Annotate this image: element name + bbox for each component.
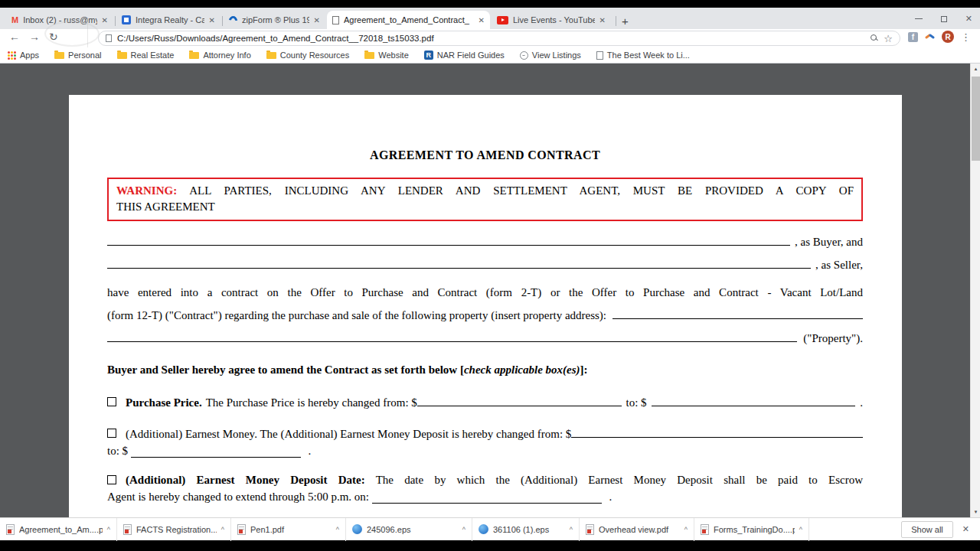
earnest-date-text2: Agent is hereby changed to extend throug… — [107, 491, 369, 503]
download-item[interactable]: Forms_TrainingDo....pdf ^ — [694, 518, 809, 541]
tab-separator — [222, 16, 223, 26]
close-tab-icon[interactable]: ✕ — [479, 16, 485, 24]
close-tab-icon[interactable]: ✕ — [599, 16, 606, 24]
downloads-close-icon[interactable]: ✕ — [962, 524, 969, 534]
tab-title: Live Events - YouTube — [513, 15, 595, 24]
zoom-magnifier-icon[interactable] — [871, 34, 878, 42]
earnest-date-end: . — [609, 491, 612, 503]
price-to-blank[interactable] — [652, 397, 856, 406]
tab-separator — [115, 16, 116, 26]
bookmark-label: Attorney Info — [203, 51, 250, 60]
bookmark-star-icon[interactable]: ☆ — [884, 33, 893, 44]
price-from-blank[interactable] — [417, 397, 622, 406]
bookmark-apps[interactable]: Apps — [8, 51, 39, 60]
purchase-price-end: . — [860, 394, 863, 411]
pdf-file-icon — [6, 524, 15, 535]
earnest-from-blank[interactable] — [571, 429, 863, 438]
close-tab-icon[interactable]: ✕ — [209, 16, 215, 24]
tab-agreement-pdf-active[interactable]: Agreement_to_Amend_Contract_ ✕ — [327, 11, 490, 29]
show-all-button[interactable]: Show all — [901, 521, 953, 538]
seller-blank-line[interactable] — [107, 259, 811, 269]
apps-grid-icon — [8, 51, 16, 60]
property-address-blank-line[interactable] — [612, 310, 863, 319]
bookmark-county-resources[interactable]: County Resources — [266, 51, 350, 60]
bookmarks-bar: Apps Personal Real Estate Attorney Info … — [0, 47, 980, 64]
scroll-down-icon[interactable]: ▼ — [971, 510, 980, 514]
vertical-scrollbar[interactable]: ▲ ▼ — [970, 64, 980, 517]
recital-line2-text: (form 12-T) ("Contract") regarding the p… — [107, 304, 606, 327]
bookmark-real-estate[interactable]: Real Estate — [117, 51, 175, 60]
download-item[interactable]: Pen1.pdf ^ — [231, 518, 346, 541]
nar-icon: R — [424, 51, 433, 60]
tab-youtube[interactable]: Live Events - YouTube ✕ — [492, 11, 611, 29]
pdf-file-icon — [701, 524, 709, 535]
facebook-extension-icon[interactable]: f — [908, 32, 918, 42]
bookmark-website[interactable]: Website — [364, 51, 409, 60]
dropdown-caret-icon[interactable]: ^ — [336, 526, 339, 533]
purchase-price-item: Purchase Price. The Purchase Price is he… — [107, 394, 863, 411]
window-close-icon[interactable]: ✕ — [965, 14, 972, 24]
bookmark-personal[interactable]: Personal — [54, 51, 101, 60]
chrome-menu-icon[interactable]: ⋮ — [961, 31, 971, 43]
earnest-date-checkbox[interactable] — [107, 475, 116, 484]
zipform-icon — [227, 14, 239, 25]
download-item[interactable]: Agreement_to_Am....pdf ^ — [0, 518, 117, 541]
download-item[interactable]: 361106 (1).eps ^ — [472, 518, 580, 541]
dropdown-caret-icon[interactable]: ^ — [799, 526, 802, 533]
property-suffix: ("Property"). — [803, 327, 863, 350]
close-tab-icon[interactable]: ✕ — [314, 16, 320, 24]
back-icon[interactable]: ← — [9, 31, 20, 43]
earnest-date-item-line2: Agent is hereby changed to extend throug… — [107, 488, 863, 505]
recording-watermark — [44, 21, 100, 47]
minimize-icon[interactable] — [915, 18, 923, 19]
purchase-price-checkbox[interactable] — [107, 397, 116, 406]
window-controls: ✕ — [915, 14, 972, 24]
youtube-icon — [497, 16, 508, 24]
download-item[interactable]: Overhead view.pdf ^ — [580, 518, 694, 541]
download-item[interactable]: FACTS Registration....pdf ^ — [117, 518, 231, 541]
bookmark-attorney-info[interactable]: Attorney Info — [189, 51, 250, 60]
warning-text-line1: ALL PARTIES, INCLUDING ANY LENDER AND SE… — [189, 184, 854, 197]
earnest-money-item: (Additional) Earnest Money. The (Additio… — [107, 425, 863, 442]
new-tab-button[interactable]: + — [622, 15, 629, 28]
pdf-viewer-area: AGREEMENT TO AMEND CONTRACT WARNING: ALL… — [0, 64, 980, 540]
buyer-suffix: , as Buyer, and — [795, 230, 863, 253]
bookmark-view-listings[interactable]: View Listings — [520, 51, 581, 60]
forward-icon[interactable]: → — [29, 31, 40, 43]
screen-bottom-black-bar — [0, 540, 980, 551]
agree-italic: check applicable box(es) — [464, 364, 580, 376]
dropdown-caret-icon[interactable]: ^ — [462, 526, 466, 533]
download-item[interactable]: 245096.eps ^ — [346, 518, 472, 541]
profile-avatar[interactable]: R — [942, 31, 954, 43]
bookmark-label: View Listings — [532, 51, 581, 60]
earnest-date-text: The date by which the (Additional) Earne… — [376, 474, 863, 486]
url-text[interactable]: C:/Users/Russ/Downloads/Agreement_to_Ame… — [117, 34, 865, 43]
buyer-blank-line[interactable] — [107, 236, 790, 246]
bookmark-nar-field-guides[interactable]: R NAR Field Guides — [424, 51, 505, 60]
property-address-blank-line2[interactable] — [107, 333, 797, 342]
earnest-money-end: . — [309, 445, 312, 457]
earnest-date-blank[interactable] — [372, 494, 602, 504]
dropdown-caret-icon[interactable]: ^ — [570, 526, 573, 533]
folder-icon — [189, 52, 199, 59]
dropdown-caret-icon[interactable]: ^ — [684, 526, 688, 533]
close-tab-icon[interactable]: ✕ — [102, 16, 108, 24]
scrollbar-thumb[interactable] — [972, 77, 980, 161]
earnest-to-blank[interactable] — [131, 448, 301, 458]
document-title: AGREEMENT TO AMEND CONTRACT — [107, 148, 863, 161]
zipform-extension-icon[interactable] — [925, 34, 935, 41]
earnest-money-checkbox[interactable] — [107, 429, 116, 438]
earnest-money-text: (Additional) Earnest Money. The (Additio… — [126, 425, 571, 442]
tab-calendar[interactable]: Integra Realty - Calendar - Week ✕ — [116, 11, 220, 29]
download-filename: Overhead view.pdf — [599, 525, 680, 534]
tab-zipform[interactable]: zipForm ® Plus 1903.30 ✕ — [224, 11, 325, 29]
globe-icon — [520, 51, 528, 60]
address-bar[interactable]: C:/Users/Russ/Downloads/Agreement_to_Ame… — [98, 31, 900, 46]
maximize-icon[interactable] — [941, 16, 947, 22]
dropdown-caret-icon[interactable]: ^ — [221, 526, 224, 533]
earnest-date-item: (Additional) Earnest Money Deposit Date:… — [107, 471, 863, 488]
earnest-date-bold: (Additional) Earnest Money Deposit Date: — [126, 474, 365, 486]
dropdown-caret-icon[interactable]: ^ — [107, 526, 110, 533]
bookmark-best-week[interactable]: The Best Week to Li... — [596, 51, 690, 60]
scroll-up-icon[interactable]: ▲ — [971, 67, 980, 71]
